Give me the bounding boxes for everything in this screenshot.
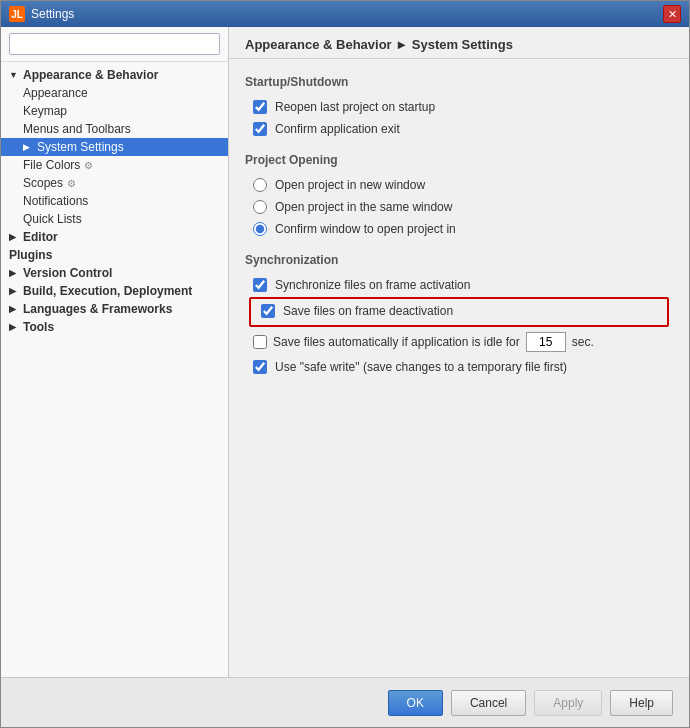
sidebar-label-appearance: Appearance: [23, 86, 88, 100]
scopes-icon: ⚙: [67, 178, 76, 189]
option-same-window: Open project in the same window: [245, 197, 673, 217]
app-icon-text: JL: [11, 9, 23, 20]
expand-icon: [9, 70, 19, 80]
main-layout: Appearance & Behavior Appearance Keymap …: [1, 27, 689, 677]
sidebar-label-tools: Tools: [23, 320, 54, 334]
radio-new-window[interactable]: [253, 178, 267, 192]
sidebar-item-editor[interactable]: Editor: [1, 228, 228, 246]
child-arrow-icon: [23, 142, 33, 152]
breadcrumb: Appearance & Behavior ► System Settings: [229, 27, 689, 59]
sidebar-item-file-colors[interactable]: File Colors ⚙: [1, 156, 228, 174]
title-bar-left: JL Settings: [9, 6, 74, 22]
settings-window: JL Settings ✕ Appearance & Behavior Appe…: [0, 0, 690, 728]
settings-tree: Appearance & Behavior Appearance Keymap …: [1, 62, 228, 677]
option-save-deactivation: Save files on frame deactivation: [253, 301, 665, 321]
startup-shutdown-section: Startup/Shutdown Reopen last project on …: [245, 75, 673, 139]
label-sync-activation: Synchronize files on frame activation: [275, 278, 470, 292]
sidebar-item-menus-toolbars[interactable]: Menus and Toolbars: [1, 120, 228, 138]
option-reopen-project: Reopen last project on startup: [245, 97, 673, 117]
main-content: Appearance & Behavior ► System Settings …: [229, 27, 689, 677]
ok-button[interactable]: OK: [388, 690, 443, 716]
sidebar-item-build[interactable]: Build, Execution, Deployment: [1, 282, 228, 300]
label-new-window: Open project in new window: [275, 178, 425, 192]
idle-seconds-input[interactable]: [526, 332, 566, 352]
sidebar-item-quick-lists[interactable]: Quick Lists: [1, 210, 228, 228]
title-bar: JL Settings ✕: [1, 1, 689, 27]
sidebar-item-scopes[interactable]: Scopes ⚙: [1, 174, 228, 192]
sidebar-item-plugins[interactable]: Plugins: [1, 246, 228, 264]
app-icon: JL: [9, 6, 25, 22]
sidebar-label-file-colors: File Colors: [23, 158, 80, 172]
sidebar-label-editor: Editor: [23, 230, 58, 244]
idle-seconds-suffix: sec.: [572, 335, 594, 349]
sidebar-item-version-control[interactable]: Version Control: [1, 264, 228, 282]
apply-button[interactable]: Apply: [534, 690, 602, 716]
label-reopen-project: Reopen last project on startup: [275, 100, 435, 114]
sidebar-item-keymap[interactable]: Keymap: [1, 102, 228, 120]
checkbox-save-idle[interactable]: [253, 335, 267, 349]
sidebar-label-version-control: Version Control: [23, 266, 112, 280]
sidebar-item-languages[interactable]: Languages & Frameworks: [1, 300, 228, 318]
label-save-deactivation: Save files on frame deactivation: [283, 304, 453, 318]
checkbox-confirm-exit[interactable]: [253, 122, 267, 136]
sidebar-label-menus-toolbars: Menus and Toolbars: [23, 122, 131, 136]
sidebar-item-appearance-behavior[interactable]: Appearance & Behavior: [1, 66, 228, 84]
sidebar-label-keymap: Keymap: [23, 104, 67, 118]
synchronization-title: Synchronization: [245, 253, 673, 267]
option-sync-activation: Synchronize files on frame activation: [245, 275, 673, 295]
sidebar-item-system-settings[interactable]: System Settings: [1, 138, 228, 156]
expand-icon-editor: [9, 232, 19, 242]
label-confirm-exit: Confirm application exit: [275, 122, 400, 136]
expand-icon-build: [9, 286, 19, 296]
checkbox-save-deactivation[interactable]: [261, 304, 275, 318]
label-safe-write: Use "safe write" (save changes to a temp…: [275, 360, 567, 374]
synchronization-section: Synchronization Synchronize files on fra…: [245, 253, 673, 377]
close-button[interactable]: ✕: [663, 5, 681, 23]
option-confirm-exit: Confirm application exit: [245, 119, 673, 139]
file-colors-icon: ⚙: [84, 160, 93, 171]
option-safe-write: Use "safe write" (save changes to a temp…: [245, 357, 673, 377]
label-same-window: Open project in the same window: [275, 200, 452, 214]
sidebar-label-notifications: Notifications: [23, 194, 88, 208]
sidebar-item-notifications[interactable]: Notifications: [1, 192, 228, 210]
radio-confirm-open[interactable]: [253, 222, 267, 236]
expand-icon-vc: [9, 268, 19, 278]
option-confirm-open: Confirm window to open project in: [245, 219, 673, 239]
checkbox-sync-activation[interactable]: [253, 278, 267, 292]
startup-shutdown-title: Startup/Shutdown: [245, 75, 673, 89]
highlighted-save-deactivation: Save files on frame deactivation: [249, 297, 669, 327]
label-save-idle: Save files automatically if application …: [273, 335, 520, 349]
window-title: Settings: [31, 7, 74, 21]
label-confirm-open: Confirm window to open project in: [275, 222, 456, 236]
search-input[interactable]: [9, 33, 220, 55]
help-button[interactable]: Help: [610, 690, 673, 716]
expand-icon-lang: [9, 304, 19, 314]
sidebar-label-languages: Languages & Frameworks: [23, 302, 172, 316]
sidebar-label-plugins: Plugins: [9, 248, 52, 262]
sidebar-label-build: Build, Execution, Deployment: [23, 284, 192, 298]
sidebar-item-appearance[interactable]: Appearance: [1, 84, 228, 102]
settings-panel: Startup/Shutdown Reopen last project on …: [229, 59, 689, 677]
search-box: [1, 27, 228, 62]
project-opening-section: Project Opening Open project in new wind…: [245, 153, 673, 239]
bottom-bar: OK Cancel Apply Help: [1, 677, 689, 727]
sidebar-label-appearance-behavior: Appearance & Behavior: [23, 68, 158, 82]
option-new-window: Open project in new window: [245, 175, 673, 195]
cancel-button[interactable]: Cancel: [451, 690, 526, 716]
checkbox-safe-write[interactable]: [253, 360, 267, 374]
checkbox-reopen-project[interactable]: [253, 100, 267, 114]
sidebar-label-quick-lists: Quick Lists: [23, 212, 82, 226]
sidebar-label-scopes: Scopes: [23, 176, 63, 190]
sidebar-label-system-settings: System Settings: [37, 140, 124, 154]
radio-same-window[interactable]: [253, 200, 267, 214]
option-save-idle: Save files automatically if application …: [245, 329, 673, 355]
expand-icon-tools: [9, 322, 19, 332]
sidebar-item-tools[interactable]: Tools: [1, 318, 228, 336]
project-opening-title: Project Opening: [245, 153, 673, 167]
sidebar: Appearance & Behavior Appearance Keymap …: [1, 27, 229, 677]
